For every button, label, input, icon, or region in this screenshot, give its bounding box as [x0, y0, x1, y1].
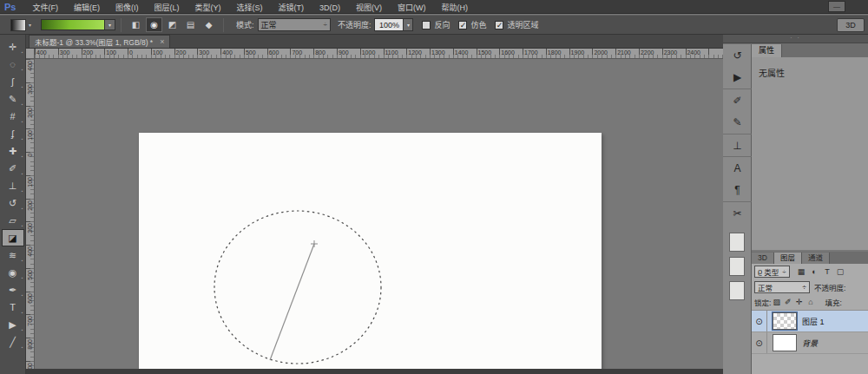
menu-edit[interactable]: 编辑(E)	[66, 3, 108, 12]
menu-window[interactable]: 窗口(W)	[390, 3, 434, 12]
layer-thumbnail[interactable]	[773, 312, 797, 330]
gradient-picker-arrow-icon[interactable]: ▾	[105, 19, 115, 30]
menu-type[interactable]: 类型(Y)	[187, 3, 228, 12]
tool-preset-icon[interactable]	[10, 19, 26, 31]
tool-presets-panel-icon[interactable]: ✂	[723, 201, 752, 224]
lock-transparency-icon[interactable]: ▨	[772, 298, 781, 306]
move-tool[interactable]: ✛ ▪	[2, 38, 24, 56]
menu-select[interactable]: 选择(S)	[228, 3, 270, 12]
checkbox-box[interactable]	[422, 21, 431, 30]
mode-dropdown[interactable]: 正常 ÷	[258, 18, 331, 31]
tool-preset-arrow-icon[interactable]: ▾	[26, 22, 34, 28]
eraser-tool[interactable]: ▱ ▪	[2, 212, 24, 229]
checkbox-box[interactable]: ✓	[458, 21, 467, 30]
tool-icon: ✚	[9, 146, 16, 157]
angle-gradient-button[interactable]: ◩	[164, 17, 181, 32]
character-panel-icon[interactable]: A	[723, 156, 752, 179]
clone-source-panel-icon[interactable]: ⊥	[723, 134, 752, 156]
vertical-ruler[interactable]: 4003002001000100200300400500600700800900	[26, 59, 35, 374]
pen-tool[interactable]: ✒ ▪	[2, 281, 24, 299]
healing-brush-tool[interactable]: ✚ ▪	[2, 142, 24, 160]
close-tab-icon[interactable]: ×	[160, 37, 164, 46]
blur-tool[interactable]: ≋ ▪	[2, 246, 24, 264]
visibility-eye-icon[interactable]: ⊙	[752, 332, 767, 353]
filter-type-icon[interactable]: T	[822, 266, 833, 278]
tab-properties[interactable]: 属性	[752, 44, 782, 57]
canvas-viewport[interactable]	[35, 59, 723, 374]
transparency-checkbox[interactable]: ✓ 透明区域	[495, 19, 538, 30]
menu-layer[interactable]: 图层(L)	[146, 3, 187, 12]
line-tool[interactable]: ╱ ▪	[2, 333, 24, 351]
layer-row-1[interactable]: ⊙ 图层 1	[752, 311, 868, 332]
ruler-label: 200	[174, 49, 198, 58]
filter-type-dropdown[interactable]: ϱ 类型 ÷	[754, 266, 790, 278]
window-bottom-edge	[26, 369, 723, 374]
eyedropper-tool[interactable]: ʄ ▪	[2, 125, 24, 142]
document-tab[interactable]: 未标题-1 @ 33.3%(图层 1, RGB/8) * ×	[29, 35, 170, 48]
brush-tool[interactable]: ✐ ▪	[2, 160, 24, 177]
tab-layers[interactable]: 图层	[774, 253, 802, 264]
minimize-button[interactable]: —	[828, 1, 845, 12]
tab-3d[interactable]: 3D	[752, 253, 774, 264]
menu-help[interactable]: 帮助(H)	[433, 3, 476, 12]
menu-image[interactable]: 图像(I)	[108, 3, 147, 12]
history-brush-tool[interactable]: ↺ ▪	[2, 194, 24, 212]
document-canvas[interactable]	[139, 133, 602, 369]
menu-3d[interactable]: 3D(D)	[312, 3, 348, 12]
document-title: 未标题-1 @ 33.3%(图层 1, RGB/8) *	[35, 36, 153, 47]
tool-icon: ◌	[10, 59, 16, 69]
paragraph-panel-icon[interactable]: ¶	[723, 179, 752, 201]
collapsed-panel-dock: ↺▶✐✎⊥A¶✂	[723, 43, 752, 374]
workspace-3d-button[interactable]: 3D	[837, 18, 865, 32]
dock-grip[interactable]: · ·	[723, 35, 868, 43]
opacity-arrow-icon[interactable]: ▾	[404, 18, 413, 31]
radial-gradient-button[interactable]: ◉	[146, 17, 162, 32]
tab-channels[interactable]: 通道	[802, 253, 830, 264]
filter-pixel-icon[interactable]: ▦	[796, 266, 807, 278]
gradient-preview[interactable]	[41, 19, 105, 30]
gradient-tool[interactable]: ◪ ▪	[2, 229, 24, 246]
checkbox-box[interactable]: ✓	[495, 21, 503, 30]
visibility-eye-icon[interactable]: ⊙	[752, 311, 767, 331]
ruler-label: 400	[26, 59, 34, 82]
actions-panel-icon[interactable]: ▶	[723, 66, 752, 89]
properties-empty-text: 无属性	[752, 57, 868, 88]
lasso-tool[interactable]: ʃ ▪	[2, 73, 24, 90]
clone-stamp-tool[interactable]: ⊥ ▪	[2, 177, 24, 194]
lock-move-icon[interactable]: ✛	[794, 298, 804, 306]
menu-file[interactable]: 文件(F)	[24, 3, 66, 12]
menu-view[interactable]: 视图(V)	[348, 3, 390, 12]
horizontal-ruler[interactable]: 4003002001000100200300400500600700800900…	[35, 49, 723, 59]
ruler-label: 500	[26, 268, 34, 292]
quick-selection-tool[interactable]: ✎ ▪	[2, 90, 24, 108]
ruler-label: 300	[197, 49, 220, 58]
elliptical-marquee-tool[interactable]: ◌ ▪	[2, 56, 24, 73]
brush-panel-icon[interactable]: ✐	[723, 89, 752, 111]
filter-shape-icon[interactable]: ▢	[835, 266, 846, 278]
panel-thumbnail[interactable]	[729, 281, 745, 300]
crop-tool[interactable]: # ▪	[2, 108, 24, 125]
dither-checkbox[interactable]: ✓ 仿色	[458, 19, 486, 30]
type-tool[interactable]: T ▪	[2, 299, 24, 316]
reverse-checkbox[interactable]: 反向	[422, 19, 450, 30]
lock-paint-icon[interactable]: ✐	[783, 298, 792, 306]
linear-gradient-button[interactable]: ◧	[128, 17, 144, 32]
blend-mode-dropdown[interactable]: 正常 ÷	[754, 281, 810, 293]
history-panel-icon[interactable]: ↺	[723, 43, 752, 66]
dodge-tool[interactable]: ◉ ▪	[2, 264, 24, 281]
panel-thumbnail[interactable]	[729, 233, 745, 252]
fill-label: 填充:	[825, 297, 841, 307]
filter-adjustment-icon[interactable]: ◐	[809, 266, 820, 278]
diamond-gradient-button[interactable]: ◆	[201, 17, 217, 32]
opacity-input[interactable]: 100%	[374, 18, 404, 31]
path-selection-tool[interactable]: ▶ ▪	[2, 316, 24, 333]
reflected-gradient-button[interactable]: ▤	[182, 17, 199, 32]
brush-presets-panel-icon[interactable]: ✎	[723, 111, 752, 134]
layer-thumbnail[interactable]	[773, 334, 797, 351]
layer-row-background[interactable]: ⊙ 背景	[752, 332, 868, 354]
ruler-label: 400	[35, 49, 58, 58]
flyout-dot: ▪	[22, 102, 23, 107]
panel-thumbnail[interactable]	[729, 257, 745, 276]
menu-filter[interactable]: 滤镜(T)	[270, 3, 312, 12]
lock-all-icon[interactable]: ⌂	[806, 298, 815, 306]
